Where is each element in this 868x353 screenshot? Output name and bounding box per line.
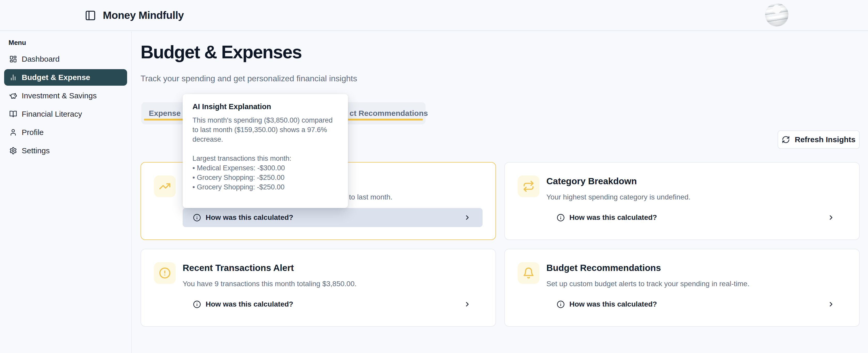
popup-title: AI Insight Explanation [192, 102, 342, 111]
card-content: Category Breakdown Your highest spending… [547, 175, 846, 226]
info-icon [193, 214, 201, 222]
info-icon [557, 214, 565, 222]
info-icon [557, 301, 565, 308]
chevron-right-icon [828, 301, 835, 308]
sidebar-item-profile[interactable]: Profile [4, 124, 127, 141]
card-body: Your highest spending category is undefi… [547, 192, 846, 202]
card-title: Budget Recommendations [547, 262, 846, 274]
insight-card-category-breakdown: Category Breakdown Your highest spending… [504, 162, 860, 240]
gear-icon [9, 147, 17, 154]
ai-insight-popup: AI Insight Explanation This month's spen… [183, 94, 348, 208]
popup-paragraph-comparison: This month's spending ($3,850.00) compar… [192, 116, 342, 144]
sidebar-item-dashboard[interactable]: Dashboard [4, 51, 127, 67]
sidebar-item-label: Financial Literacy [22, 110, 82, 118]
page-subtitle: Track your spending and get personalized… [141, 73, 357, 84]
insight-card-budget-recommendations: Budget Recommendations Set up custom bud… [504, 249, 860, 327]
chevron-right-icon [464, 214, 471, 221]
insight-card-recent-transactions: Recent Transactions Alert You have 9 tra… [141, 249, 496, 327]
bell-icon [518, 262, 539, 284]
alert-circle-icon [154, 262, 176, 284]
sidebar-item-label: Dashboard [22, 55, 60, 64]
repeat-icon [518, 175, 539, 197]
sidebar-item-budget-expense[interactable]: Budget & Expense [4, 69, 127, 86]
trending-up-icon [154, 175, 176, 197]
card-title: Category Breakdown [547, 175, 846, 187]
user-icon [9, 129, 17, 136]
how-calculated-link[interactable]: How was this calculated? [547, 295, 846, 314]
sidebar: Menu Dashboard Budget & Expense [0, 32, 132, 353]
popup-paragraph-transactions: Largest transactions this month: • Medic… [192, 154, 342, 192]
app-header: Money Mindfully [0, 0, 868, 31]
how-calculated-label: How was this calculated? [569, 300, 657, 308]
panel-left-icon [85, 10, 96, 21]
refresh-insights-button[interactable]: Refresh Insights [778, 130, 860, 149]
book-open-icon [9, 110, 17, 118]
chevron-right-icon [464, 301, 471, 308]
sidebar-item-label: Settings [22, 146, 50, 155]
sidebar-item-investment-savings[interactable]: Investment & Savings [4, 87, 127, 104]
sidebar-item-label: Profile [22, 128, 44, 137]
bar-chart-icon [9, 74, 17, 81]
card-content: Recent Transactions Alert You have 9 tra… [183, 262, 483, 313]
refresh-insights-label: Refresh Insights [795, 135, 855, 144]
sidebar-item-financial-literacy[interactable]: Financial Literacy [4, 106, 127, 122]
card-content: Budget Recommendations Set up custom bud… [547, 262, 846, 313]
page-title: Budget & Expenses [141, 41, 302, 63]
how-calculated-label: How was this calculated? [206, 300, 293, 308]
tab-expense-analysis[interactable]: Expense A [149, 109, 188, 118]
card-title: Recent Transactions Alert [183, 262, 483, 274]
sidebar-nav: Dashboard Budget & Expense Investment & … [0, 51, 131, 159]
how-calculated-label: How was this calculated? [206, 213, 293, 222]
card-body: Set up custom budget alerts to track you… [547, 279, 846, 289]
sidebar-menu-label: Menu [8, 39, 131, 46]
app-title: Money Mindfully [103, 9, 184, 22]
refresh-icon [782, 136, 790, 144]
how-calculated-link[interactable]: How was this calculated? [183, 208, 483, 227]
tab-recommendations[interactable]: ct Recommendations [349, 109, 428, 118]
how-calculated-link[interactable]: How was this calculated? [547, 208, 846, 227]
how-calculated-link[interactable]: How was this calculated? [183, 295, 483, 314]
dashboard-icon [9, 55, 17, 63]
info-icon [193, 301, 201, 308]
sidebar-item-settings[interactable]: Settings [4, 142, 127, 159]
sidebar-item-label: Investment & Savings [22, 91, 97, 100]
card-body: You have 9 transactions this month total… [183, 279, 483, 289]
sidebar-toggle-button[interactable] [85, 10, 96, 21]
sidebar-item-label: Budget & Expense [22, 73, 90, 82]
piggy-bank-icon [9, 92, 17, 100]
chevron-right-icon [828, 214, 835, 221]
avatar[interactable] [765, 3, 788, 26]
how-calculated-label: How was this calculated? [569, 213, 657, 222]
